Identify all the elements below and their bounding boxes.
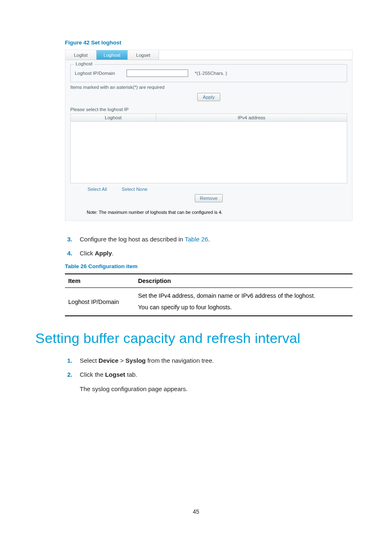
tab-logset[interactable]: Logset: [128, 50, 159, 60]
instruction-text: Configure the log host as described in: [80, 236, 185, 243]
select-loghost-caption: Please select the loghost IP: [70, 107, 347, 112]
fieldset-legend: Loghost: [74, 61, 94, 66]
instruction-number: 1.: [65, 355, 72, 366]
instruction-text: from the navigation tree.: [146, 357, 214, 364]
select-none-link[interactable]: Select None: [122, 187, 148, 192]
instruction-number: 3.: [65, 234, 72, 245]
instruction-subtext: The syslog configuration page appears.: [80, 384, 357, 394]
required-note: Items marked with an asterisk(*) are req…: [70, 85, 347, 90]
table-26-caption: Table 26 Configuration item: [65, 263, 357, 269]
loghost-fieldset: Loghost Loghost IP/Domain *(1-255Chars. …: [70, 64, 347, 82]
section-heading: Setting buffer capacity and refresh inte…: [35, 330, 357, 346]
loghost-panel: Loglist Loghost Logset Loghost Loghost I…: [65, 50, 353, 221]
table-header-description: Description: [135, 274, 353, 288]
instruction-text: >: [118, 357, 125, 364]
apply-button[interactable]: Apply: [197, 93, 220, 101]
instruction-text: tab.: [125, 371, 137, 378]
instruction-item: 3. Configure the log host as described i…: [65, 234, 357, 245]
figure-caption: Figure 42 Set loghost: [65, 39, 357, 46]
table-26-link[interactable]: Table 26: [185, 236, 208, 243]
instruction-text: .: [112, 250, 113, 257]
table-cell-description: You can specify up to four loghosts.: [138, 304, 232, 311]
max-loghosts-note: Note: The maximum number of loghosts tha…: [70, 208, 347, 218]
instruction-text: Select: [80, 357, 99, 364]
page-number: 45: [0, 508, 392, 515]
tabs-row: Loglist Loghost Logset: [65, 50, 352, 60]
table-cell-description: Set the IPv4 address, domain name or IPv…: [138, 292, 315, 299]
instruction-bold: Device: [99, 357, 118, 364]
instruction-text: .: [208, 236, 210, 243]
loghost-grid: Loghost IPv4 address: [70, 114, 347, 183]
remove-button[interactable]: Remove: [195, 194, 223, 202]
instruction-number: 2.: [65, 369, 72, 394]
loghost-ip-domain-input[interactable]: [127, 70, 188, 77]
tab-loghost[interactable]: Loghost: [97, 50, 128, 60]
instruction-item: 1. Select Device > Syslog from the navig…: [65, 355, 357, 366]
instruction-bold: Syslog: [125, 357, 145, 364]
select-all-link[interactable]: Select All: [88, 187, 107, 192]
instruction-bold: Apply: [95, 250, 112, 257]
instruction-number: 4.: [65, 248, 72, 259]
grid-body-empty: [71, 122, 347, 183]
table-header-item: Item: [65, 274, 135, 288]
tab-loglist[interactable]: Loglist: [65, 50, 97, 60]
instruction-text: Click: [80, 250, 95, 257]
grid-header-loghost: Loghost: [71, 114, 156, 121]
input-hint: *(1-255Chars. ): [195, 71, 227, 76]
config-item-table: Item Description Loghost IP/Domain Set t…: [65, 273, 353, 316]
instruction-item: 4. Click Apply.: [65, 248, 357, 259]
instruction-bold: Logset: [105, 371, 125, 378]
grid-header-ipv4: IPv4 address: [156, 114, 347, 121]
instruction-item: 2. Click the Logset tab. The syslog conf…: [65, 369, 357, 394]
loghost-ip-domain-label: Loghost IP/Domain: [75, 71, 120, 76]
instruction-text: Click the: [80, 371, 105, 378]
table-cell-item: Loghost IP/Domain: [65, 288, 135, 316]
